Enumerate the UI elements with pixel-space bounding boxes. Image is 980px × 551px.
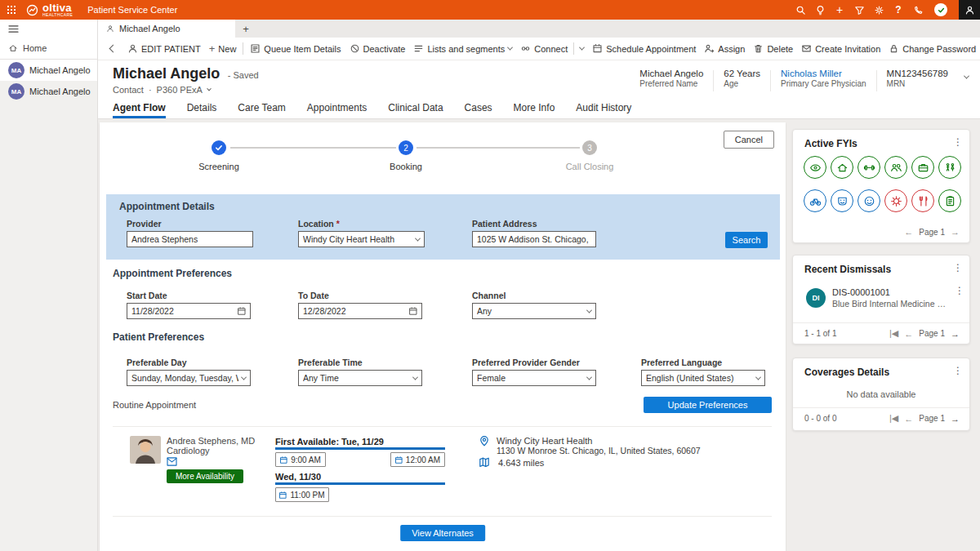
fyi-mask-icon[interactable]	[831, 189, 853, 212]
provider-gender-select[interactable]: Female	[472, 370, 596, 386]
header-field-preferred-name: Michael Angelo Preferred Name	[630, 69, 713, 88]
fyi-virus-icon[interactable]	[884, 189, 907, 212]
change-password-button[interactable]: Change Password	[884, 38, 980, 60]
page-prev-icon[interactable]: ←	[904, 414, 913, 424]
tab-care-team[interactable]: Care Team	[238, 98, 285, 118]
form-selector[interactable]: P360 PExA	[157, 85, 203, 95]
card-overflow-icon[interactable]: ⋮	[953, 262, 963, 273]
lightbulb-icon[interactable]	[810, 0, 830, 20]
back-button[interactable]	[103, 38, 123, 60]
fyi-fitness-icon[interactable]	[858, 156, 880, 179]
email-icon[interactable]	[167, 457, 177, 466]
step-screening-indicator[interactable]	[212, 140, 226, 155]
page-title: Michael Angelo	[113, 65, 220, 82]
oltiva-logo[interactable]: oltiva HEALTHCARE	[23, 3, 78, 17]
session-tab-label: Michael Angelo	[119, 24, 180, 33]
fyi-home-icon[interactable]	[831, 156, 853, 179]
deactivate-button[interactable]: Deactivate	[345, 38, 410, 60]
fyi-eye-icon[interactable]	[804, 156, 826, 179]
sidebar-recent-label: Michael Angelo	[29, 87, 91, 96]
preferable-day-select[interactable]: Sunday, Monday, Tuesday, Wedn...	[127, 370, 251, 386]
chevron-down-icon	[507, 45, 513, 51]
to-date-input[interactable]: 12/28/2022	[298, 303, 422, 319]
map-icon	[479, 456, 490, 468]
schedule-appointment-button[interactable]: Schedule Appointment	[588, 38, 700, 60]
calendar-icon	[592, 43, 603, 54]
search-button[interactable]: Search	[725, 232, 768, 248]
fyi-face-icon[interactable]	[858, 189, 880, 212]
fyi-bicycle-icon[interactable]	[804, 189, 826, 212]
quick-create-icon[interactable]: +	[830, 0, 849, 20]
session-tab-michael-angelo[interactable]: Michael Angelo	[98, 20, 235, 38]
phone-icon[interactable]	[908, 0, 928, 20]
tab-details[interactable]: Details	[187, 98, 217, 118]
sidebar-recent-item-1[interactable]: MA Michael Angelo	[0, 60, 97, 81]
profile-icon[interactable]	[959, 0, 980, 20]
slot-button-2[interactable]: 12:00 AM	[390, 452, 445, 467]
fyi-people-icon[interactable]	[884, 156, 907, 179]
fyi-briefcase-icon[interactable]	[911, 156, 934, 179]
help-icon[interactable]: ?	[889, 0, 908, 20]
new-button[interactable]: +New	[205, 38, 241, 60]
sidebar-recent-item-2[interactable]: MA Michael Angelo	[0, 81, 97, 102]
page-next-icon[interactable]: →	[951, 329, 960, 339]
connect-button[interactable]: Connect	[516, 38, 588, 60]
new-session-tab-button[interactable]: +	[235, 20, 256, 38]
provider-label: Provider	[127, 219, 253, 229]
slot-button-1[interactable]: 9:00 AM	[275, 452, 326, 467]
start-date-input[interactable]: 11/28/2022	[127, 303, 251, 319]
filter-icon[interactable]	[849, 0, 869, 20]
sitemap-toggle-icon[interactable]	[0, 20, 97, 38]
create-invitation-button[interactable]: Create Invitation	[797, 38, 884, 60]
more-availability-button[interactable]: More Availability	[167, 469, 243, 483]
dismissal-id-link[interactable]: DIS-00001001	[832, 287, 890, 297]
page-first-icon[interactable]: |◀	[889, 413, 898, 424]
edit-patient-button[interactable]: EDIT PATIENT	[123, 38, 205, 60]
tab-audit-history[interactable]: Audit History	[576, 98, 631, 118]
fyi-nutrition-icon[interactable]	[911, 189, 934, 212]
tab-agent-flow[interactable]: Agent Flow	[113, 98, 166, 118]
row-overflow-icon[interactable]: ⋮	[955, 285, 964, 296]
fyi-restroom-icon[interactable]	[938, 156, 961, 179]
lists-and-segments-button[interactable]: Lists and segments	[409, 38, 516, 60]
update-preferences-button[interactable]: Update Preferences	[644, 397, 772, 413]
facility-name: Windy City Heart Health	[497, 436, 592, 446]
view-alternates-button[interactable]: View Alternates	[400, 525, 485, 541]
delete-button[interactable]: Delete	[749, 38, 797, 60]
tab-clinical-data[interactable]: Clinical Data	[388, 98, 443, 118]
sidebar-item-home[interactable]: Home	[0, 38, 97, 59]
top-app-bar: oltiva HEALTHCARE Patient Service Center…	[0, 0, 980, 20]
location-select[interactable]: Windy City Heart Health	[298, 231, 425, 247]
page-prev-icon[interactable]: ←	[904, 227, 913, 237]
page-next-icon[interactable]: →	[951, 414, 960, 424]
preferred-language-select[interactable]: English (United States)	[641, 370, 765, 386]
card-overflow-icon[interactable]: ⋮	[953, 136, 963, 148]
page-first-icon[interactable]: |◀	[889, 328, 898, 339]
card-overflow-icon[interactable]: ⋮	[953, 365, 963, 376]
fyi-clipboard-icon[interactable]	[938, 189, 961, 212]
step-call-closing-indicator[interactable]: 3	[582, 140, 597, 155]
page-next-icon[interactable]: →	[951, 227, 960, 237]
pcp-link[interactable]: Nicholas Miller	[781, 69, 866, 78]
patient-address-input[interactable]	[472, 231, 596, 247]
app-launcher-icon[interactable]	[0, 0, 23, 20]
provider-input[interactable]	[127, 231, 253, 247]
search-icon[interactable]	[791, 0, 810, 20]
preferable-time-select[interactable]: Any Time	[298, 370, 422, 386]
tab-appointments[interactable]: Appointments	[307, 98, 367, 118]
queue-item-details-button[interactable]: Queue Item Details	[246, 38, 345, 60]
person-icon	[106, 24, 114, 33]
channel-select[interactable]: Any	[472, 303, 596, 319]
header-collapse-icon[interactable]	[964, 73, 969, 79]
step-booking-indicator[interactable]: 2	[399, 140, 413, 155]
card-title: Recent Dismissals	[804, 264, 891, 275]
prohibit-icon	[350, 43, 360, 54]
presence-check-icon[interactable]	[934, 3, 947, 16]
settings-gear-icon[interactable]	[869, 0, 889, 20]
assign-button[interactable]: Assign	[700, 38, 749, 60]
tab-more-info[interactable]: More Info	[514, 98, 555, 118]
coverages-details-card: Coverages Details ⋮ No data available 0 …	[792, 358, 970, 431]
tab-cases[interactable]: Cases	[465, 98, 492, 118]
page-prev-icon[interactable]: ←	[904, 329, 913, 339]
slot-button-3[interactable]: 11:00 PM	[275, 487, 329, 502]
